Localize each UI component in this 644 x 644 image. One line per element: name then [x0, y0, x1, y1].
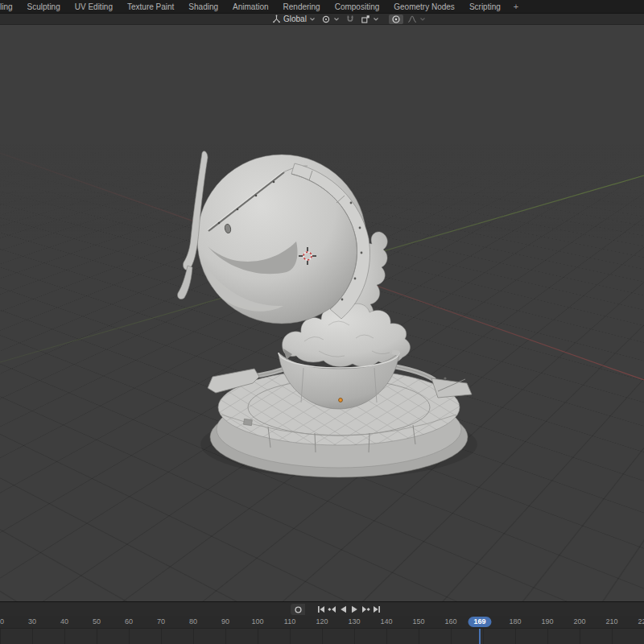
frame-tick-label: 220: [638, 617, 644, 625]
frame-tick-label: 130: [348, 617, 360, 625]
frame-tick-label: 140: [380, 617, 392, 625]
frame-gridline: [129, 629, 130, 644]
frame-tick-label: 210: [605, 617, 617, 625]
frame-gridline: [64, 629, 65, 644]
chevron-down-icon: [419, 17, 426, 22]
timeline-ruler[interactable]: 2030405060708090100110120130140150160170…: [0, 616, 644, 629]
pivot-icon: [321, 14, 331, 24]
frame-tick-label: 120: [316, 617, 328, 625]
workspace-tab-texture-paint[interactable]: Texture Paint: [120, 0, 181, 13]
timeline-header: [0, 601, 644, 616]
workspace-tab-sculpting[interactable]: Sculpting: [20, 0, 68, 13]
snap-toggle[interactable]: [344, 14, 357, 24]
frame-gridline: [0, 629, 1, 644]
falloff-dropdown[interactable]: [406, 14, 427, 24]
3d-viewport[interactable]: [0, 25, 644, 601]
proportional-editing-toggle[interactable]: [389, 14, 403, 24]
proportional-circle-icon: [391, 14, 401, 24]
chevron-down-icon: [373, 17, 379, 22]
workspace-tab-bar: ModelingSculptingUV EditingTexture Paint…: [0, 0, 644, 14]
frame-tick-label: 40: [60, 617, 68, 625]
record-circle-icon: [294, 605, 303, 614]
frame-gridline: [32, 629, 33, 644]
frame-tick-label: 50: [93, 617, 101, 625]
frame-gridline: [161, 629, 162, 644]
frame-tick-label: 30: [28, 617, 36, 625]
frame-gridline: [451, 629, 452, 644]
frame-gridline: [547, 629, 548, 644]
chevron-down-icon: [333, 17, 340, 22]
next-keyframe-icon: [361, 605, 370, 613]
next-keyframe-button[interactable]: [361, 604, 371, 615]
workspace-tab-scripting[interactable]: Scripting: [462, 0, 508, 13]
frame-gridline: [225, 629, 226, 644]
jump-to-start-icon: [316, 605, 325, 613]
frame-gridline: [483, 629, 484, 644]
frame-tick-label: 90: [221, 617, 229, 625]
frame-gridline: [354, 629, 355, 644]
blender-window: ModelingSculptingUV EditingTexture Paint…: [0, 0, 644, 644]
timeline-area[interactable]: 2030405060708090100110120130140150160170…: [0, 616, 644, 644]
frame-gridline: [193, 629, 194, 644]
falloff-curve-icon: [407, 14, 417, 23]
model-sphere: [178, 151, 370, 324]
frame-gridline: [258, 629, 258, 644]
frame-gridline: [612, 629, 613, 644]
frame-gridline: [386, 629, 387, 644]
snap-target-icon: [361, 14, 370, 24]
jump-to-end-button[interactable]: [372, 604, 382, 615]
frame-gridline: [580, 629, 580, 644]
play-forward-icon: [350, 605, 359, 613]
workspace-tab-rendering[interactable]: Rendering: [276, 0, 328, 13]
object-origin-dot: [339, 398, 343, 402]
play-forward-button[interactable]: [349, 604, 360, 615]
playback-controls: [316, 604, 382, 615]
magnet-icon: [345, 14, 355, 24]
workspace-tab-animation[interactable]: Animation: [225, 0, 275, 13]
play-reverse-icon: [339, 605, 348, 613]
jump-to-end-icon: [373, 605, 382, 613]
frame-tick-label: 110: [284, 617, 295, 625]
orientation-icon: [272, 14, 281, 23]
frame-gridline: [290, 629, 291, 644]
frame-tick-label: 70: [157, 617, 165, 625]
frame-tick-label: 80: [189, 617, 197, 625]
frame-tick-label: 160: [444, 617, 456, 625]
workspace-tab-compositing[interactable]: Compositing: [328, 0, 387, 13]
orientation-label: Global: [283, 14, 307, 23]
current-frame-indicator[interactable]: 169: [468, 617, 491, 627]
frame-tick-label: 150: [412, 617, 424, 625]
workspace-tab-shading[interactable]: Shading: [181, 0, 225, 13]
frame-tick-label: 180: [509, 617, 521, 625]
frame-tick-label: 190: [541, 617, 553, 625]
auto-keying-toggle[interactable]: [291, 604, 305, 615]
jump-to-start-button[interactable]: [316, 604, 326, 615]
chevron-down-icon: [309, 17, 316, 22]
previous-keyframe-button[interactable]: [327, 604, 337, 615]
frame-gridline: [97, 629, 97, 644]
transform-orientation-dropdown[interactable]: Global: [270, 14, 317, 24]
frame-tick-label: 20: [0, 617, 4, 625]
workspace-tab-modeling[interactable]: Modeling: [0, 0, 20, 13]
workspace-tab-uv-editing[interactable]: UV Editing: [68, 0, 120, 13]
add-workspace-button[interactable]: +: [508, 0, 524, 13]
frame-gridline: [515, 629, 516, 644]
playhead-line[interactable]: [479, 626, 481, 644]
frame-tick-label: 60: [125, 617, 133, 625]
frame-tick-label: 200: [573, 617, 585, 625]
frame-tick-label: 100: [251, 617, 263, 625]
frame-gridline: [419, 629, 419, 644]
workspace-tab-geometry-nodes[interactable]: Geometry Nodes: [386, 0, 462, 13]
model-pokeball-smoke: [0, 25, 644, 601]
frame-gridline: [322, 629, 323, 644]
play-reverse-button[interactable]: [338, 604, 349, 615]
previous-keyframe-icon: [328, 605, 336, 613]
viewport-header: Global: [0, 14, 644, 25]
pivot-point-dropdown[interactable]: [320, 14, 341, 24]
snap-target-dropdown[interactable]: [359, 14, 381, 24]
